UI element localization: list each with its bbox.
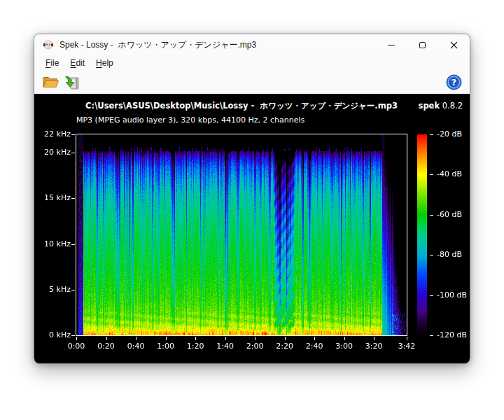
time-tick-label: 1:00	[152, 342, 180, 351]
db-tick	[430, 295, 433, 296]
time-tick-label: 0:20	[92, 342, 120, 351]
time-tick-label: 1:40	[211, 342, 239, 351]
time-tick-label: 3:00	[330, 342, 358, 351]
freq-tick	[71, 198, 75, 199]
maximize-icon	[419, 42, 426, 48]
audio-info: MP3 (MPEG audio layer 3), 320 kbps, 4410…	[76, 115, 304, 125]
time-tick-label: 0:40	[122, 342, 150, 351]
window-title: Spek - Lossy - ホワッツ・アップ・デンジャー.mp3	[59, 39, 375, 51]
freq-tick	[71, 290, 75, 290]
time-tick	[344, 337, 345, 340]
freq-tick	[71, 153, 75, 153]
spek-app-icon	[43, 39, 54, 50]
time-tick-label: 1:20	[181, 342, 209, 351]
app-version: spek 0.8.2	[419, 101, 463, 111]
freq-tick-label: 5 kHz	[37, 285, 71, 295]
spectrogram-canvas	[76, 134, 407, 335]
spectrogram-frame	[76, 134, 407, 336]
time-tick	[136, 337, 136, 340]
maximize-button[interactable]	[407, 34, 438, 55]
db-tick	[430, 134, 433, 135]
menu-item-file[interactable]: File	[40, 57, 64, 69]
menu-item-edit[interactable]: Edit	[64, 57, 90, 69]
minimize-button[interactable]	[375, 34, 407, 55]
help-icon: ?	[446, 74, 462, 90]
time-tick	[255, 337, 255, 340]
time-tick	[195, 337, 196, 340]
window-controls	[375, 34, 470, 55]
save-icon	[64, 75, 80, 90]
freq-tick-label: 22 kHz	[37, 130, 71, 139]
minimize-icon	[388, 45, 395, 46]
time-tick-label: 2:20	[271, 342, 299, 351]
db-tick-label: -80 dB	[437, 250, 470, 260]
time-tick	[314, 337, 315, 340]
time-tick	[166, 337, 167, 340]
freq-tick	[71, 134, 75, 135]
freq-tick	[71, 244, 75, 245]
toolbar: ?	[34, 71, 470, 94]
title-bar[interactable]: Spek - Lossy - ホワッツ・アップ・デンジャー.mp3	[34, 34, 470, 55]
time-tick	[285, 337, 286, 340]
open-file-button[interactable]	[40, 73, 61, 92]
spek-window: Spek - Lossy - ホワッツ・アップ・デンジャー.mp3 FileEd…	[34, 34, 470, 364]
time-tick	[106, 337, 107, 340]
time-tick-label: 2:40	[300, 342, 328, 351]
db-tick-label: -40 dB	[437, 169, 470, 179]
file-path: C:\Users\ASUS\Desktop\Music\Lossy - ホワッツ…	[76, 101, 407, 111]
time-tick-label: 0:00	[62, 342, 90, 351]
menu-bar: FileEditHelp	[34, 55, 470, 71]
freq-tick-label: 15 kHz	[37, 193, 71, 203]
db-tick-label: -20 dB	[437, 130, 470, 139]
time-tick-label: 3:42	[393, 342, 421, 351]
save-button[interactable]	[61, 73, 82, 92]
version-number: 0.8.2	[442, 101, 463, 111]
time-tick	[407, 337, 407, 340]
db-tick	[430, 335, 433, 336]
time-tick	[76, 337, 77, 340]
help-button[interactable]: ?	[443, 73, 464, 92]
close-icon	[450, 41, 458, 49]
freq-tick	[71, 335, 75, 336]
spectrogram-panel: C:\Users\ASUS\Desktop\Music\Lossy - ホワッツ…	[34, 94, 470, 364]
db-tick-label: -60 dB	[437, 210, 470, 220]
svg-text:?: ?	[451, 77, 456, 88]
legend-gradient	[417, 134, 427, 335]
time-tick-label: 2:00	[241, 342, 269, 351]
folder-open-icon	[42, 75, 59, 90]
db-tick	[430, 255, 433, 255]
db-tick	[430, 174, 433, 175]
db-tick-label: -100 dB	[437, 290, 470, 300]
db-tick	[430, 215, 433, 216]
freq-tick-label: 10 kHz	[37, 239, 71, 249]
app-name: spek	[419, 101, 440, 111]
freq-tick-label: 0 kHz	[37, 330, 71, 340]
menu-item-help[interactable]: Help	[90, 57, 119, 69]
time-tick-label: 3:20	[360, 342, 388, 351]
db-tick-label: -120 dB	[437, 330, 470, 340]
time-tick	[225, 337, 226, 340]
freq-tick-label: 20 kHz	[37, 148, 71, 158]
time-tick	[374, 337, 374, 340]
close-button[interactable]	[438, 34, 470, 55]
